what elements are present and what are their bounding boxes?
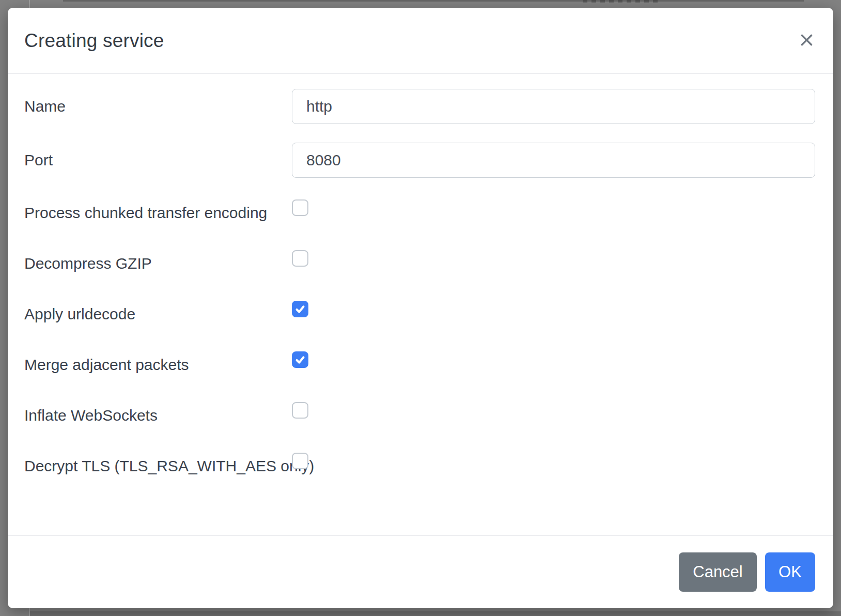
dialog-body: Name Port Process chunked transfer encod… — [8, 74, 833, 535]
port-field-row: Port — [8, 143, 815, 178]
decrypt-tls-row: Decrypt TLS (TLS_RSA_WITH_AES only) — [8, 449, 815, 484]
check-icon — [294, 303, 306, 315]
close-icon — [800, 33, 814, 47]
dialog-header: Creating service — [8, 8, 833, 74]
decompress-gzip-checkbox[interactable] — [292, 250, 308, 267]
inflate-websockets-row: Inflate WebSockets — [8, 398, 815, 433]
ok-button[interactable]: OK — [765, 552, 815, 592]
creating-service-dialog: Creating service Name Port Process chunk… — [8, 8, 833, 608]
background-obscured-text — [583, 0, 658, 3]
merge-packets-checkbox[interactable] — [292, 351, 308, 368]
decompress-gzip-row: Decompress GZIP — [8, 246, 815, 281]
merge-packets-row: Merge adjacent packets — [8, 347, 815, 382]
name-field-label: Name — [24, 89, 66, 124]
cancel-button[interactable]: Cancel — [679, 552, 757, 592]
apply-urldecode-label: Apply urldecode — [24, 297, 135, 332]
background-table-border — [63, 0, 804, 2]
port-input[interactable] — [292, 143, 815, 178]
decompress-gzip-label: Decompress GZIP — [24, 246, 152, 281]
merge-packets-label: Merge adjacent packets — [24, 347, 189, 382]
inflate-websockets-label: Inflate WebSockets — [24, 398, 158, 433]
name-input[interactable] — [292, 89, 815, 124]
check-icon — [294, 354, 306, 365]
port-field-label: Port — [24, 143, 53, 178]
apply-urldecode-row: Apply urldecode — [8, 297, 815, 332]
inflate-websockets-checkbox[interactable] — [292, 402, 308, 419]
chunked-encoding-row: Process chunked transfer encoding — [8, 195, 815, 230]
close-button[interactable] — [795, 28, 818, 51]
name-field-row: Name — [8, 89, 815, 124]
chunked-encoding-label: Process chunked transfer encoding — [24, 195, 267, 230]
apply-urldecode-checkbox[interactable] — [292, 301, 308, 317]
decrypt-tls-label: Decrypt TLS (TLS_RSA_WITH_AES only) — [24, 449, 314, 484]
screen: Creating service Name Port Process chunk… — [0, 0, 841, 616]
background-bottom-bar — [30, 611, 841, 616]
dialog-title: Creating service — [24, 8, 164, 73]
dialog-footer: Cancel OK — [8, 535, 833, 608]
chunked-encoding-checkbox[interactable] — [292, 199, 308, 216]
decrypt-tls-checkbox[interactable] — [292, 453, 308, 469]
